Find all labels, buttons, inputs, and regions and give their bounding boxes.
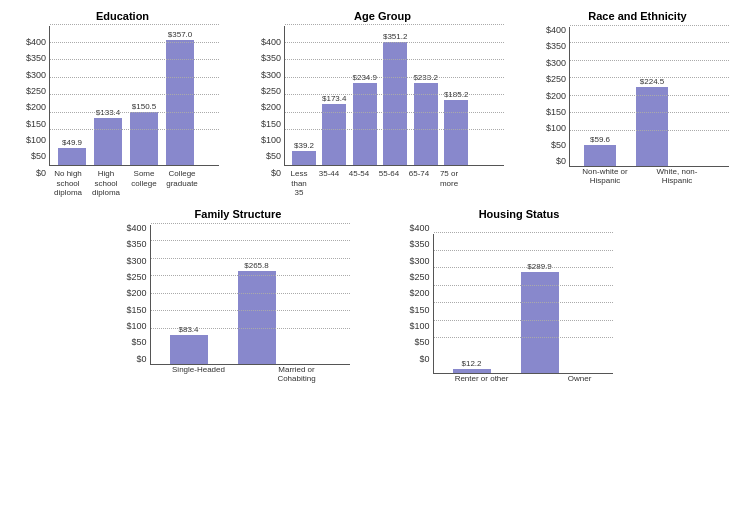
bar-group: $59.6 xyxy=(584,135,616,166)
bar xyxy=(58,148,86,165)
family-structure-title: Family Structure xyxy=(195,208,282,220)
bar xyxy=(292,151,316,165)
education-y-axis: $400 $350 $300 $250 $200 $150 $100 $50 $… xyxy=(26,38,46,198)
bar xyxy=(521,272,559,373)
race-ethnicity-bars: $59.6 $224.5 xyxy=(569,27,729,167)
bar-label: 35-44 xyxy=(314,169,344,198)
charts-container: Education $400 $350 $300 $250 $200 $150 … xyxy=(0,0,755,394)
age-group-bars: $39.2 $173.4 $234.9 xyxy=(284,26,504,166)
bar xyxy=(453,369,491,373)
bar-label: Owner xyxy=(546,374,614,384)
bar-label: Single-Headed xyxy=(165,365,233,384)
bar xyxy=(636,87,668,166)
family-structure-chart: Family Structure $400 $350 $300 $250 $20… xyxy=(126,208,349,384)
race-ethnicity-y-axis: $400 $350 $300 $250 $200 $150 $100 $50 $… xyxy=(546,26,566,186)
bar-label: Lessthan35 xyxy=(284,169,314,198)
bar xyxy=(383,42,407,165)
bar-label: 45-54 xyxy=(344,169,374,198)
race-ethnicity-title: Race and Ethnicity xyxy=(588,10,686,22)
family-structure-chart-area: $400 $350 $300 $250 $200 $150 $100 $50 $… xyxy=(126,224,349,384)
bar xyxy=(170,335,208,364)
bar-label: Married or Cohabiting xyxy=(263,365,331,384)
race-ethnicity-chart: Race and Ethnicity $400 $350 $300 $250 $… xyxy=(546,10,729,186)
family-structure-bars: $83.4 $265.8 xyxy=(150,225,350,365)
bar-label: White, non-Hispanic xyxy=(651,167,703,186)
bar xyxy=(94,118,122,165)
education-bars: $49.9 $133.4 $150.5 xyxy=(49,26,219,166)
family-structure-y-axis: $400 $350 $300 $250 $200 $150 $100 $50 $… xyxy=(126,224,146,384)
bar-group: $233.2 xyxy=(413,73,437,165)
bar-group: $351.2 xyxy=(383,32,407,165)
bar-group: $39.2 xyxy=(292,141,316,165)
bar-group: $12.2 xyxy=(453,359,491,373)
education-chart: Education $400 $350 $300 $250 $200 $150 … xyxy=(26,10,219,198)
bar-label: 55-64 xyxy=(374,169,404,198)
housing-status-chart-area: $400 $350 $300 $250 $200 $150 $100 $50 $… xyxy=(410,224,629,384)
bar-group: $185.2 xyxy=(444,90,468,165)
bar xyxy=(322,104,346,165)
age-group-chart-area: $400 $350 $300 $250 $200 $150 $100 $50 $… xyxy=(261,26,504,198)
bar-label: Highschooldiploma xyxy=(87,169,125,198)
top-row: Education $400 $350 $300 $250 $200 $150 … xyxy=(5,10,750,198)
housing-status-title: Housing Status xyxy=(479,208,560,220)
housing-status-bars: $12.2 $289.9 xyxy=(433,234,613,374)
bar xyxy=(414,83,438,165)
bar xyxy=(584,145,616,166)
bar xyxy=(130,112,158,165)
bar xyxy=(238,271,276,364)
bar-group: $150.5 xyxy=(130,102,158,165)
bar-group: $265.8 xyxy=(238,261,276,364)
bar-label: Collegegraduate xyxy=(163,169,201,198)
bar-group: $83.4 xyxy=(170,325,208,364)
bar-label: No highschooldiploma xyxy=(49,169,87,198)
age-group-title: Age Group xyxy=(354,10,411,22)
bar-group: $357.0 xyxy=(166,30,194,165)
age-group-chart: Age Group $400 $350 $300 $250 $200 $150 … xyxy=(261,10,504,198)
age-group-y-axis: $400 $350 $300 $250 $200 $150 $100 $50 $… xyxy=(261,38,281,198)
bar-label: Non-white orHispanic xyxy=(579,167,631,186)
bar-label: Renter or other xyxy=(448,374,516,384)
education-chart-area: $400 $350 $300 $250 $200 $150 $100 $50 $… xyxy=(26,26,219,198)
bar-group: $224.5 xyxy=(636,77,668,166)
bar xyxy=(353,83,377,165)
housing-status-chart: Housing Status $400 $350 $300 $250 $200 … xyxy=(410,208,629,384)
bar-label: 65-74 xyxy=(404,169,434,198)
bar-group: $234.9 xyxy=(352,73,376,165)
bar-group: $133.4 xyxy=(94,108,122,165)
bar xyxy=(166,40,194,165)
bar-label: 75 ormore xyxy=(434,169,464,198)
housing-status-y-axis: $400 $350 $300 $250 $200 $150 $100 $50 $… xyxy=(410,224,430,384)
bar-group: $289.9 xyxy=(521,262,559,373)
education-title: Education xyxy=(96,10,149,22)
race-ethnicity-chart-area: $400 $350 $300 $250 $200 $150 $100 $50 $… xyxy=(546,26,729,186)
bar-group: $173.4 xyxy=(322,94,346,165)
bar-label: Somecollege xyxy=(125,169,163,198)
bottom-row: Family Structure $400 $350 $300 $250 $20… xyxy=(5,208,750,384)
bar-group: $49.9 xyxy=(58,138,86,165)
bar xyxy=(444,100,468,165)
